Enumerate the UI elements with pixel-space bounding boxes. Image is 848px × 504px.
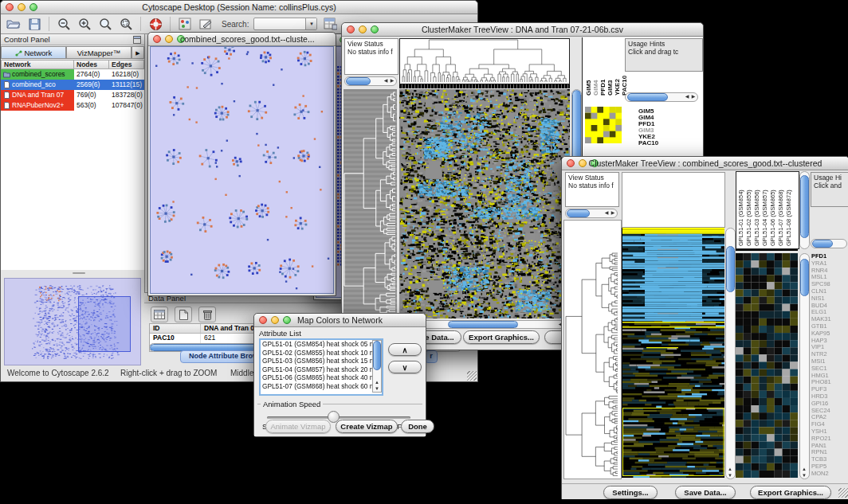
network-overview[interactable] (4, 278, 141, 365)
edge-attribute-browser-tab-fragment[interactable]: r (425, 350, 438, 363)
tv1-column-label[interactable]: PFD1 (600, 40, 607, 96)
move-up-button[interactable]: ∧ (388, 343, 422, 356)
scroll-left-arrow[interactable]: ◀ (684, 93, 690, 100)
attribute-list[interactable]: GPL51-01 (GSM854) heat shock 05 minGPL51… (259, 338, 383, 396)
col-id[interactable]: ID (150, 324, 201, 333)
select-attributes-icon[interactable] (151, 307, 168, 322)
scroll-down-arrow[interactable]: ▼ (727, 472, 733, 479)
zoom-selected-icon[interactable] (118, 16, 134, 32)
minimize-button[interactable] (165, 35, 173, 43)
search-dropdown-arrow[interactable]: ▼ (305, 18, 316, 29)
network-canvas-area[interactable] (150, 46, 334, 294)
scrollbar-thumb[interactable] (567, 209, 590, 217)
delete-attribute-trash-icon[interactable] (198, 307, 216, 322)
network-table-row[interactable]: RNAPuberNov2+563(0)107847(0) (1, 100, 144, 111)
panel-divider-handle[interactable] (1, 270, 144, 276)
scroll-up-arrow[interactable]: ▲ (374, 379, 380, 385)
tv1-column-label[interactable]: GIM5 (586, 40, 592, 96)
tv2-global-vscrollbar[interactable]: ▲▼ (725, 228, 736, 479)
col-edges[interactable]: Edges (109, 60, 144, 69)
scroll-down-arrow[interactable]: ▼ (801, 472, 807, 479)
tab-network[interactable]: Network (1, 46, 66, 59)
tv1-titlebar[interactable]: ClusterMaker TreeView : DNA and Tran 07-… (342, 23, 703, 37)
tv2-button[interactable]: Settings... (603, 486, 658, 499)
attribute-list-item[interactable]: GPL51-03 (GSM856) heat shock 15 min (261, 357, 374, 365)
new-attribute-icon[interactable] (175, 307, 192, 322)
tv1-column-label[interactable]: GIM3 (607, 40, 614, 96)
help-lifering-icon[interactable] (147, 16, 163, 32)
tv2-status-scrollbar[interactable]: ◀▶ (565, 209, 618, 218)
tv1-button[interactable]: Export Graphics... (463, 330, 540, 344)
tv1-heatmap[interactable] (399, 89, 570, 318)
tv2-titlebar[interactable]: ClusterMaker TreeView : combined_scores_… (562, 157, 848, 170)
tv2-column-label[interactable]: GPL51-06 (GSM865) (770, 173, 776, 246)
tv2-zoom-vscrollbar[interactable]: ▲▼ (799, 253, 810, 479)
scrollbar-thumb[interactable] (346, 77, 371, 85)
tv1-column-label[interactable]: GIM4 (593, 40, 599, 96)
window-resize-grip[interactable] (838, 488, 848, 498)
scrollbar-thumb[interactable] (448, 321, 518, 328)
create-vizmap-button[interactable]: Create Vizmap (336, 420, 398, 433)
tv1-usage-scrollbar[interactable]: ◀▶ (625, 92, 698, 102)
tv1-status-scrollbar[interactable]: ◀▶ (344, 76, 397, 86)
scroll-right-arrow[interactable]: ▶ (389, 77, 395, 84)
tv2-row-dendrogram[interactable] (564, 251, 619, 479)
zoom-out-icon[interactable] (56, 16, 72, 32)
vizmapper-icon[interactable] (177, 16, 193, 32)
scroll-down-arrow[interactable]: ▼ (374, 385, 380, 392)
scrollbar-thumb[interactable] (726, 246, 735, 293)
window-resize-grip[interactable] (467, 371, 477, 381)
zoom-fit-icon[interactable] (97, 16, 113, 32)
attribute-list-scrollbar[interactable]: ▲▼ (372, 340, 382, 393)
attribute-list-item[interactable]: GPL51-07 (GSM868) heat shock 60 min (261, 382, 374, 391)
tv1-gene-label[interactable]: PAC10 (638, 140, 658, 147)
scrollbar-thumb[interactable] (812, 240, 833, 248)
done-button[interactable]: Done (401, 420, 434, 433)
overview-viewport-rect[interactable] (78, 296, 131, 352)
tv2-button[interactable]: Save Data... (675, 486, 736, 499)
network-table-row[interactable]: DNA and Tran 07769(0)183728(0) (1, 90, 144, 100)
tv2-label-vscrollbar[interactable] (799, 171, 810, 249)
scroll-up-arrow[interactable]: ▲ (801, 466, 807, 472)
tv1-column-dendrogram[interactable] (399, 38, 570, 84)
tv2-column-label[interactable]: GPL51-03 (GSM856) (754, 173, 760, 246)
tab-vizmapper[interactable]: VizMapper™ (66, 46, 132, 59)
tab-overflow-arrow[interactable]: ▶ (132, 46, 144, 59)
attribute-list-item[interactable]: GPL51-01 (GSM854) heat shock 05 min (261, 340, 374, 349)
scroll-left-arrow[interactable]: ◀ (383, 77, 389, 84)
scrollbar-thumb[interactable] (800, 175, 809, 238)
scrollbar-thumb[interactable] (373, 341, 381, 370)
network-canvas[interactable] (151, 47, 333, 292)
attribute-list-item[interactable]: GPL51-06 (GSM865) heat shock 40 min (261, 373, 374, 382)
scroll-right-arrow[interactable]: ▶ (610, 209, 616, 216)
network-table-row[interactable]: combined_scores2764(0)16218(0) (1, 69, 144, 80)
scrollbar-thumb[interactable] (800, 259, 809, 296)
animate-vizmap-button[interactable]: Animate Vizmap (265, 420, 331, 433)
move-down-button[interactable]: ∨ (388, 361, 422, 373)
tv2-button[interactable]: Export Graphics... (750, 486, 831, 499)
tv2-global-heatmap[interactable] (622, 228, 724, 478)
main-titlebar[interactable]: Cytoscape Desktop (Session Name: collins… (1, 1, 477, 14)
tv1-column-label[interactable]: YKE2 (614, 40, 621, 96)
zoom-in-icon[interactable] (77, 16, 92, 32)
attribute-list-item[interactable]: GPL51-04 (GSM857) heat shock 20 min (261, 365, 374, 374)
search-input[interactable]: ▼ (253, 18, 317, 30)
annotation-icon[interactable] (198, 16, 214, 32)
tv2-gene-label[interactable]: MON2 (811, 471, 847, 478)
tv2-column-label[interactable]: GPL51-04 (GSM857) (762, 173, 768, 246)
col-network[interactable]: Network (1, 60, 74, 69)
scroll-right-arrow[interactable]: ▶ (690, 93, 697, 100)
scrollbar-thumb[interactable] (572, 90, 581, 165)
network-table-row[interactable]: combined_sco2569(6)13112(15) (1, 80, 144, 90)
col-nodes[interactable]: Nodes (74, 60, 109, 69)
dialog-titlebar[interactable]: Map Colors to Network (254, 314, 426, 327)
scrollbar-thumb[interactable] (627, 93, 669, 101)
net1-titlebar[interactable]: combined_scores_good.txt--cluste... (148, 33, 336, 46)
tv1-zoom-heatmap[interactable] (585, 107, 622, 143)
tv2-column-label[interactable]: GPL51-08 (GSM872) (786, 173, 792, 246)
scroll-left-arrow[interactable]: ◀ (603, 209, 610, 216)
float-panel-icon[interactable] (133, 36, 141, 44)
tv2-column-label[interactable]: GPL51-07 (GSM868) (778, 173, 784, 246)
attribute-list-item[interactable]: GPL51-02 (GSM855) heat shock 10 min (261, 349, 374, 357)
tv1-row-dendrogram[interactable] (344, 89, 397, 318)
